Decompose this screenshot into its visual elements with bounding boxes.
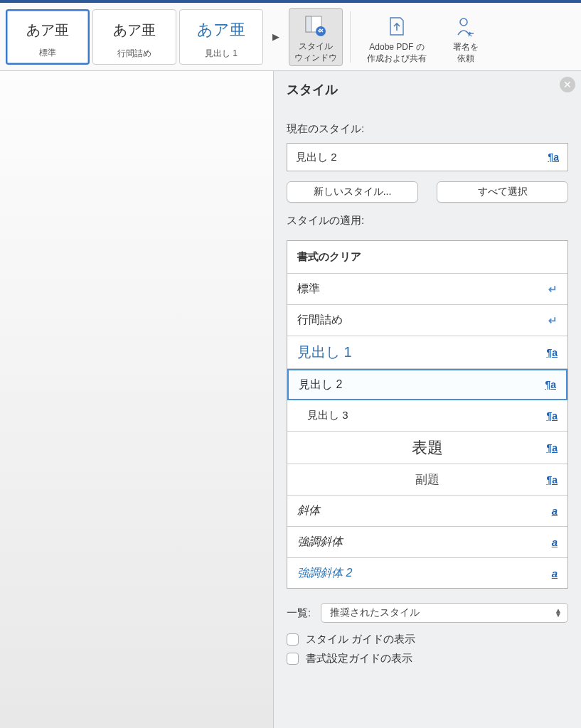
current-style-box[interactable]: 見出し 2 ¶a — [287, 143, 568, 171]
document-area — [0, 71, 274, 728]
style-label: 行間詰め — [93, 45, 176, 64]
style-name: 行間詰め — [297, 313, 343, 328]
style-name: 標準 — [297, 282, 320, 296]
style-name: 見出し 2 — [299, 378, 342, 392]
style-item-subtitle[interactable]: 副題 ¶a — [287, 464, 567, 496]
style-label: 標準 — [7, 44, 88, 63]
select-all-button[interactable]: すべて選択 — [437, 181, 568, 203]
style-item-heading3[interactable]: 見出し 3 ¶a — [287, 400, 567, 432]
request-signature-button[interactable]: 署名を 依頼 — [439, 8, 493, 66]
style-tile-heading1[interactable]: あア亜 見出し 1 — [179, 9, 263, 65]
list-label: 一覧: — [287, 606, 311, 620]
style-item-nospacing[interactable]: 行間詰め ↵ — [287, 305, 567, 336]
style-filter-dropdown[interactable]: 推奨されたスタイル ▲▼ — [321, 603, 568, 623]
style-item-normal[interactable]: 標準 ↵ — [287, 274, 567, 305]
button-row: 新しいスタイル... すべて選択 — [287, 181, 568, 203]
styles-window-button[interactable]: スタイル ウィンドウ — [289, 8, 343, 66]
paragraph-style-icon: ¶a — [548, 151, 559, 163]
signature-icon — [454, 15, 478, 39]
adobe-pdf-button[interactable]: Adobe PDF の 作成および共有 — [358, 8, 436, 66]
apply-style-label: スタイルの適用: — [287, 214, 568, 228]
style-name: 見出し 1 — [297, 343, 352, 362]
paragraph-style-icon: ¶a — [546, 442, 558, 454]
panel-title: スタイル — [287, 81, 568, 98]
button-label: 署名を 依頼 — [453, 42, 479, 64]
style-name: 見出し 3 — [307, 409, 348, 422]
style-list[interactable]: 書式のクリア 標準 ↵ 行間詰め ↵ 見出し 1 ¶a 見出し 2 ¶a 見出し… — [287, 240, 568, 589]
style-name: 強調斜体 2 — [297, 566, 352, 581]
current-style-label: 現在のスタイル: — [287, 122, 568, 136]
style-preview: あア亜 — [26, 16, 69, 44]
style-name: 表題 — [412, 437, 443, 459]
checkbox-input[interactable] — [287, 633, 299, 646]
checkbox-label: 書式設定ガイドの表示 — [306, 652, 412, 665]
checkbox-input[interactable] — [287, 653, 299, 665]
style-name: 斜体 — [297, 503, 320, 518]
paragraph-style-icon: ¶a — [546, 474, 558, 486]
styles-panel: ✕ スタイル 現在のスタイル: 見出し 2 ¶a 新しいスタイル... すべて選… — [274, 71, 581, 728]
style-name: 強調斜体 — [297, 535, 343, 550]
current-style-text: 見出し 2 — [296, 151, 337, 164]
list-filter-row: 一覧: 推奨されたスタイル ▲▼ — [287, 603, 568, 623]
close-icon: ✕ — [563, 79, 572, 90]
svg-rect-1 — [306, 16, 311, 32]
style-item-clear[interactable]: 書式のクリア — [287, 241, 567, 274]
triangle-right-icon: ▶ — [272, 31, 279, 42]
pdf-share-icon — [385, 15, 409, 39]
style-item-emphasis-italic2[interactable]: 強調斜体 2 a — [287, 558, 567, 589]
style-preview: あア亜 — [113, 16, 156, 45]
char-style-icon: a — [552, 505, 558, 517]
style-name: 書式のクリア — [297, 250, 361, 264]
char-style-icon: a — [552, 567, 558, 579]
style-tile-nospacing[interactable]: あア亜 行間詰め — [92, 9, 176, 65]
dropdown-value: 推奨されたスタイル — [330, 606, 420, 619]
svg-point-3 — [460, 18, 467, 26]
chevron-updown-icon: ▲▼ — [555, 609, 562, 617]
styles-window-icon — [304, 14, 328, 38]
checkbox-label: スタイル ガイドの表示 — [306, 633, 415, 646]
checkbox-style-guide[interactable]: スタイル ガイドの表示 — [287, 633, 568, 646]
new-style-button[interactable]: 新しいスタイル... — [287, 181, 418, 203]
style-tile-normal[interactable]: あア亜 標準 — [6, 9, 90, 65]
style-item-italic[interactable]: 斜体 a — [287, 496, 567, 527]
paragraph-style-icon: ¶a — [546, 347, 558, 358]
style-name: 副題 — [415, 471, 439, 488]
close-panel-button[interactable]: ✕ — [560, 77, 575, 92]
paragraph-style-icon: ¶a — [546, 410, 558, 422]
button-label: Adobe PDF の 作成および共有 — [367, 42, 427, 64]
style-item-emphasis-italic[interactable]: 強調斜体 a — [287, 527, 567, 558]
char-style-icon: a — [552, 536, 558, 548]
button-label: スタイル ウィンドウ — [294, 41, 337, 63]
style-item-heading1[interactable]: 見出し 1 ¶a — [287, 336, 567, 369]
style-preview: あア亜 — [197, 16, 245, 45]
paragraph-icon: ↵ — [548, 314, 558, 327]
ribbon: あア亜 標準 あア亜 行間詰め あア亜 見出し 1 ▶ スタイル ウィンドウ — [0, 0, 581, 71]
style-label: 見出し 1 — [180, 45, 262, 64]
checkbox-format-guide[interactable]: 書式設定ガイドの表示 — [287, 652, 568, 665]
style-item-heading2[interactable]: 見出し 2 ¶a — [287, 369, 567, 400]
style-item-title[interactable]: 表題 ¶a — [287, 432, 567, 464]
style-gallery-more-button[interactable]: ▶ — [266, 9, 286, 65]
style-gallery: あア亜 標準 あア亜 行間詰め あア亜 見出し 1 ▶ — [6, 9, 286, 65]
separator — [350, 11, 351, 63]
paragraph-style-icon: ¶a — [545, 379, 556, 390]
paragraph-icon: ↵ — [548, 283, 558, 296]
main-area: ✕ スタイル 現在のスタイル: 見出し 2 ¶a 新しいスタイル... すべて選… — [0, 71, 581, 728]
